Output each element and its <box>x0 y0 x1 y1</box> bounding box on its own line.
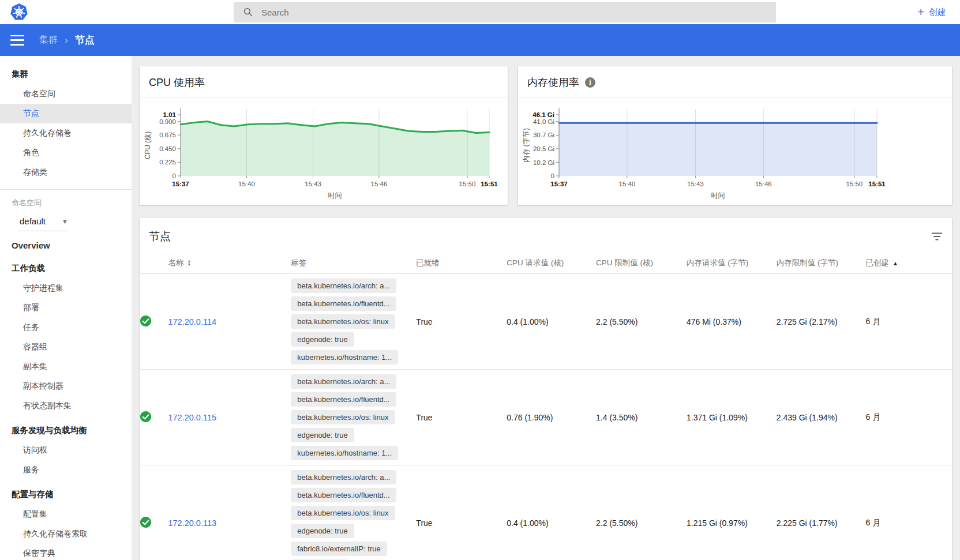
sidebar-section-header: 服务发现与负载均衡 <box>0 416 132 441</box>
svg-text:15:51: 15:51 <box>868 181 886 187</box>
svg-text:15:37: 15:37 <box>172 181 189 187</box>
cpu-limits-cell: 2.2 (5.50%) <box>596 465 687 560</box>
column-header-labels: 标签 <box>291 253 416 274</box>
mem-limits-cell: 2.725 Gi (2.17%) <box>777 274 866 370</box>
svg-text:10.2 Gi: 10.2 Gi <box>533 159 554 166</box>
sidebar-item[interactable]: 持久化存储卷索取 <box>0 524 132 544</box>
memory-usage-card: 内存使用率 i 010.2 Gi20.5 Gi30.7 Gi41.0 Gi46.… <box>518 66 952 205</box>
search-input[interactable] <box>261 7 723 17</box>
svg-text:15:46: 15:46 <box>371 181 388 187</box>
menu-icon[interactable] <box>10 35 24 46</box>
info-icon[interactable]: i <box>585 77 595 88</box>
ready-cell: True <box>416 465 507 560</box>
namespace-label: 命名空间 <box>0 192 132 209</box>
sidebar: 集群 命名空间节点持久化存储卷角色存储类 命名空间 default ▼ Over… <box>0 56 132 560</box>
node-name-link[interactable]: 172.20.0.115 <box>168 413 216 422</box>
mem-limits-cell: 2.225 Gi (1.77%) <box>777 465 866 560</box>
sidebar-item[interactable]: 副本控制器 <box>0 377 132 396</box>
sidebar-item[interactable]: 部署 <box>0 298 132 318</box>
sidebar-item[interactable]: 持久化存储卷 <box>0 123 132 143</box>
breadcrumb: 集群 › 节点 <box>39 33 95 47</box>
svg-text:时间: 时间 <box>711 191 725 200</box>
label-chip: beta.kubernetes.io/arch: a... <box>291 279 396 293</box>
cpu-limits-cell: 1.4 (3.50%) <box>596 370 687 465</box>
label-chip: beta.kubernetes.io/os: linux <box>291 506 395 520</box>
status-ok-icon <box>140 315 152 327</box>
svg-text:15:43: 15:43 <box>305 181 321 187</box>
filter-icon[interactable] <box>931 232 943 241</box>
top-app-bar: + 创建 <box>0 0 960 24</box>
cpu-requests-cell: 0.76 (1.90%) <box>507 370 596 465</box>
column-header-ready: 已就绪 <box>416 253 507 274</box>
svg-text:15:51: 15:51 <box>481 181 498 187</box>
svg-text:0: 0 <box>172 172 176 179</box>
cpu-requests-cell: 0.4 (1.00%) <box>507 274 596 370</box>
create-button[interactable]: + 创建 <box>917 0 946 24</box>
label-chip: beta.kubernetes.io/os: linux <box>291 410 395 424</box>
sidebar-item[interactable]: 副本集 <box>0 357 132 377</box>
sidebar-section-header: 配置与存储 <box>0 480 132 505</box>
sidebar-item[interactable]: 有状态副本集 <box>0 396 132 416</box>
sidebar-item[interactable]: 服务 <box>0 460 132 480</box>
svg-text:15:46: 15:46 <box>755 181 772 187</box>
label-chip: kubernetes.io/hostname: 1... <box>291 446 398 460</box>
sidebar-header-cluster[interactable]: 集群 <box>0 59 132 84</box>
svg-text:0: 0 <box>551 172 554 179</box>
svg-text:时间: 时间 <box>328 191 342 200</box>
nodes-table: 名称▲▼ 标签 已就绪 CPU 请求值 (核) CPU 限制值 (核) <box>140 253 952 560</box>
svg-text:15:37: 15:37 <box>550 181 567 187</box>
sidebar-item-overview[interactable]: Overview <box>0 231 132 254</box>
status-ok-icon <box>140 516 152 528</box>
sidebar-item[interactable]: 保密字典 <box>0 544 132 560</box>
table-row: 172.20.0.113beta.kubernetes.io/arch: a..… <box>140 465 952 560</box>
column-header-mem-requests: 内存请求值 (字节) <box>687 253 777 274</box>
ready-cell: True <box>416 370 507 465</box>
label-chip: beta.kubernetes.io/fluentd... <box>291 488 396 502</box>
sort-updown-icon[interactable]: ▲▼ <box>187 260 191 266</box>
svg-text:0.225: 0.225 <box>159 159 176 166</box>
cpu-usage-card: CPU 使用率 00.2250.4500.6750.9001.0115:3715… <box>140 66 508 205</box>
nodes-table-title: 节点 <box>149 229 171 244</box>
column-header-cpu-requests: CPU 请求值 (核) <box>507 253 596 274</box>
cpu-requests-cell: 0.4 (1.00%) <box>507 465 596 560</box>
create-button-label: 创建 <box>929 7 946 18</box>
label-chip: fabric8.io/externalIP: true <box>291 542 387 556</box>
namespace-select-value: default <box>20 216 46 226</box>
label-chip: beta.kubernetes.io/arch: a... <box>291 374 396 389</box>
sidebar-item[interactable]: 守护进程集 <box>0 279 132 298</box>
svg-text:CPU (核): CPU (核) <box>144 131 152 160</box>
sidebar-item[interactable]: 节点 <box>0 104 132 123</box>
node-name-link[interactable]: 172.20.0.114 <box>168 317 216 326</box>
column-header-created[interactable]: 已创建▲ <box>866 253 952 274</box>
column-header-name[interactable]: 名称▲▼ <box>168 253 291 274</box>
sidebar-item[interactable]: 容器组 <box>0 337 132 357</box>
sidebar-item[interactable]: 命名空间 <box>0 84 132 104</box>
status-ok-icon <box>140 411 152 423</box>
svg-text:15:50: 15:50 <box>459 181 476 187</box>
sidebar-item[interactable]: 任务 <box>0 318 132 337</box>
column-header-mem-limits: 内存限制值 (字节) <box>777 253 866 274</box>
chevron-down-icon: ▼ <box>62 218 68 225</box>
page-title: 节点 <box>75 33 95 47</box>
sidebar-item[interactable]: 角色 <box>0 143 132 163</box>
svg-text:15:40: 15:40 <box>238 181 255 187</box>
sidebar-item[interactable]: 配置集 <box>0 505 132 524</box>
svg-text:15:40: 15:40 <box>619 181 636 187</box>
breadcrumb-parent[interactable]: 集群 <box>39 34 58 46</box>
column-header-cpu-limits: CPU 限制值 (核) <box>596 253 687 274</box>
memory-chart-title: 内存使用率 <box>527 76 579 89</box>
node-name-link[interactable]: 172.20.0.113 <box>168 518 216 528</box>
label-chip: edgenode: true <box>291 428 354 442</box>
mem-requests-cell: 476 Mi (0.37%) <box>687 274 777 370</box>
sidebar-item[interactable]: 访问权 <box>0 441 132 460</box>
table-row: 172.20.0.115beta.kubernetes.io/arch: a..… <box>140 370 952 465</box>
namespace-select[interactable]: default ▼ <box>18 215 68 231</box>
kubernetes-logo-icon <box>10 3 28 21</box>
table-row: 172.20.0.114beta.kubernetes.io/arch: a..… <box>140 274 952 370</box>
search-bar[interactable] <box>234 2 776 22</box>
age-cell: 6 月 <box>866 465 952 560</box>
age-cell: 6 月 <box>866 370 952 465</box>
svg-text:20.5 Gi: 20.5 Gi <box>533 145 554 152</box>
sidebar-item[interactable]: 存储类 <box>0 163 132 182</box>
mem-limits-cell: 2.439 Gi (1.94%) <box>777 370 866 465</box>
